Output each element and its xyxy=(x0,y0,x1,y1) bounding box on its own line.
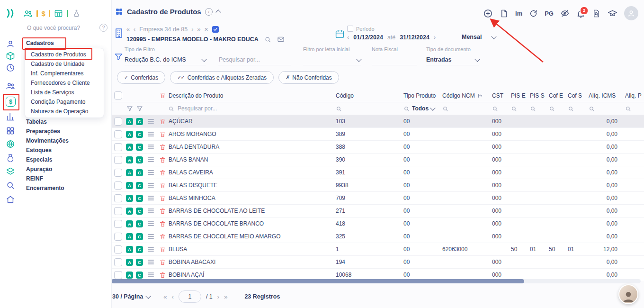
period-start-date[interactable]: 01/12/2024 xyxy=(353,34,383,41)
flask-icon[interactable] xyxy=(72,9,81,18)
badge-c-icon[interactable]: C xyxy=(136,169,143,176)
menu-section[interactable]: Encerramento xyxy=(26,183,69,193)
badge-a-icon[interactable]: A xyxy=(126,220,133,227)
filter-letter-select[interactable] xyxy=(303,54,361,65)
app-logo-icon[interactable] xyxy=(5,8,16,19)
row-menu-icon[interactable] xyxy=(148,119,154,124)
col-codigo[interactable]: Código xyxy=(334,89,402,102)
header-delete-icon[interactable] xyxy=(157,89,168,102)
table-row[interactable]: ACBARRAS DE CHOCOLATE MEIO AMARGO3250000… xyxy=(111,230,644,243)
filter-nf-input[interactable] xyxy=(372,56,417,63)
row-checkbox[interactable] xyxy=(114,130,122,138)
period-checkbox[interactable] xyxy=(347,26,353,32)
sync-icon[interactable] xyxy=(529,9,538,18)
company-checkbox[interactable] xyxy=(212,26,219,33)
people-icon[interactable] xyxy=(6,81,15,91)
row-menu-icon[interactable] xyxy=(148,221,154,226)
column-filter-icon[interactable] xyxy=(125,102,134,115)
menu-section[interactable]: Estoques xyxy=(26,145,69,155)
table-row[interactable]: ACBLUSA100620630005001500112,00 xyxy=(111,243,644,256)
home-icon[interactable] xyxy=(6,195,15,204)
row-checkbox[interactable] xyxy=(114,233,122,241)
row-delete-icon[interactable] xyxy=(157,256,168,268)
row-delete-icon[interactable] xyxy=(157,154,168,166)
period-end-date[interactable]: 31/12/2024 xyxy=(400,34,429,41)
badge-c-icon[interactable]: C xyxy=(136,144,143,151)
badge-c-icon[interactable]: C xyxy=(136,233,143,240)
badge-c-icon[interactable]: C xyxy=(136,182,143,189)
row-checkbox[interactable] xyxy=(114,271,122,279)
info-icon[interactable]: i xyxy=(205,8,213,16)
badge-c-icon[interactable]: C xyxy=(136,272,143,279)
row-menu-icon[interactable] xyxy=(148,208,154,213)
submenu-item[interactable]: Cadastro de Produtos xyxy=(25,50,104,59)
filter-chip[interactable]: ✗Não Conferidas xyxy=(278,71,339,84)
graduation-cap-icon[interactable] xyxy=(608,9,617,18)
row-delete-icon[interactable] xyxy=(157,243,168,255)
table-row[interactable]: ACBARRAS DE CHOCOLATE BRANCO418000000,00 xyxy=(111,217,644,230)
eye-off-icon[interactable] xyxy=(560,9,570,18)
table-row[interactable]: ACAÇÚCAR103000000,00 xyxy=(111,115,644,128)
submenu-item[interactable]: Lista de Serviços xyxy=(25,88,104,97)
badge-a-icon[interactable]: A xyxy=(126,195,133,202)
table-row[interactable]: ACBALAS CAVEIRA391000000,00 xyxy=(111,166,644,179)
notifications-bell-icon[interactable]: 2 xyxy=(576,9,585,18)
dollar-icon[interactable]: $ xyxy=(6,97,15,106)
dollar-quick-icon[interactable]: $ xyxy=(42,9,45,18)
close-company-icon[interactable]: × xyxy=(204,26,208,33)
column-filter-clear-icon[interactable] xyxy=(134,102,144,115)
first-page-icon[interactable]: « xyxy=(163,293,167,300)
submenu-item[interactable]: Natureza de Operação xyxy=(25,107,104,116)
row-menu-icon[interactable] xyxy=(148,272,154,277)
submenu-item[interactable]: Inf. Complementares xyxy=(25,69,104,78)
row-delete-icon[interactable] xyxy=(157,179,168,191)
badge-c-icon[interactable]: C xyxy=(136,131,143,138)
row-delete-icon[interactable] xyxy=(157,115,168,127)
row-delete-icon[interactable] xyxy=(157,230,168,243)
row-checkbox[interactable] xyxy=(114,207,122,215)
menu-section[interactable]: Tabelas xyxy=(26,117,69,127)
badge-a-icon[interactable]: A xyxy=(126,131,133,138)
scrollbar-thumb[interactable] xyxy=(111,279,524,283)
badge-a-icon[interactable]: A xyxy=(126,144,133,151)
prev-page-icon[interactable]: ‹ xyxy=(172,293,174,300)
badge-a-icon[interactable]: A xyxy=(126,208,133,215)
row-delete-icon[interactable] xyxy=(157,217,168,230)
table-row[interactable]: ACBALAS BANAN390000000,00 xyxy=(111,154,644,166)
row-delete-icon[interactable] xyxy=(157,205,168,217)
submenu-item[interactable]: Cadastro de Unidade xyxy=(25,59,104,69)
per-page-select[interactable]: 30 / Página xyxy=(112,293,150,300)
badge-c-icon[interactable]: C xyxy=(136,259,143,266)
last-company-icon[interactable]: » xyxy=(197,26,200,33)
table-row[interactable]: ACBALAS DISQUETE9938000000,00 xyxy=(111,179,644,192)
last-page-icon[interactable]: » xyxy=(224,293,227,300)
col-aliq-p[interactable]: Aliq. P xyxy=(620,89,644,102)
badge-a-icon[interactable]: A xyxy=(126,118,133,125)
globe-icon[interactable] xyxy=(6,139,15,149)
select-all-checkbox[interactable] xyxy=(114,91,122,100)
row-checkbox[interactable] xyxy=(114,258,122,266)
row-delete-icon[interactable] xyxy=(157,128,168,140)
row-menu-icon[interactable] xyxy=(148,157,154,162)
chart-icon[interactable] xyxy=(6,112,15,121)
filter-search-input[interactable] xyxy=(218,56,291,63)
money-bag-icon[interactable] xyxy=(6,153,15,163)
table-row[interactable]: ACBOBINA ABACAXI194000000,00 xyxy=(111,256,644,269)
row-menu-icon[interactable] xyxy=(148,132,154,136)
badge-a-icon[interactable]: A xyxy=(126,246,133,253)
badge-a-icon[interactable]: A xyxy=(126,272,133,279)
row-menu-icon[interactable] xyxy=(148,183,154,188)
col-cof-s[interactable]: Cof S xyxy=(566,89,585,102)
row-checkbox[interactable] xyxy=(114,181,122,190)
row-menu-icon[interactable] xyxy=(148,145,154,149)
horizontal-scrollbar[interactable] xyxy=(111,279,641,283)
collapse-chevron-icon[interactable] xyxy=(215,9,221,15)
package-icon[interactable] xyxy=(6,51,15,61)
document-search-icon[interactable] xyxy=(592,9,601,18)
row-checkbox[interactable] xyxy=(114,194,122,202)
col-cof-e[interactable]: Cof E xyxy=(547,89,566,102)
col-descricao[interactable]: Descrição do Produto xyxy=(168,89,334,102)
row-checkbox[interactable] xyxy=(114,118,122,126)
filter-chip[interactable]: ✓✓Conferidas e Aliquotas Zeradas xyxy=(170,71,274,84)
add-button[interactable] xyxy=(483,9,493,18)
